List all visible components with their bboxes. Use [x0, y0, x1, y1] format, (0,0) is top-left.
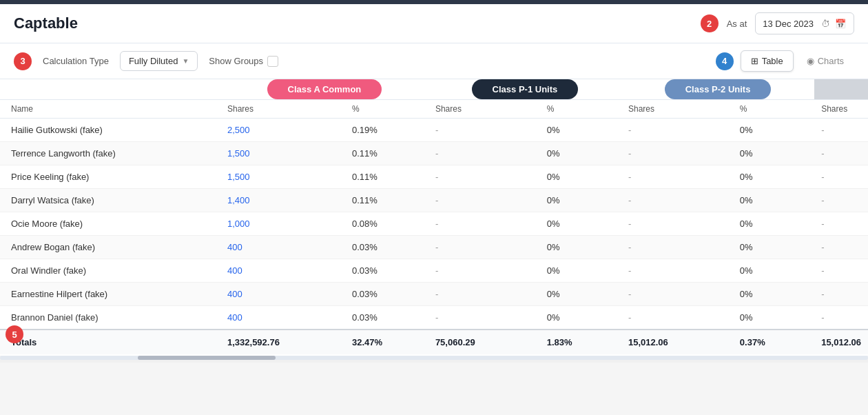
date-input[interactable]: 13 Dec 2023 ⏱ 📅 [755, 12, 854, 34]
col-header-row: Class A Common Class P-1 Units Class P-2… [0, 79, 868, 100]
table-cell: Hailie Gutkowski (fake) [0, 119, 220, 142]
table-cell: - [621, 142, 733, 165]
table-cell: 0.11% [345, 165, 428, 189]
table-cell: - [428, 142, 540, 165]
calc-type-dropdown[interactable]: Fully Diluted ▼ [120, 51, 198, 71]
table-row[interactable]: Terrence Langworth (fake)1,5000.11%-0%-0… [0, 142, 868, 165]
table-cell: - [621, 212, 733, 236]
badge-3: 3 [14, 52, 32, 70]
calc-type-value: Fully Diluted [129, 56, 178, 66]
table-cell: 0% [733, 142, 814, 165]
history-icon[interactable]: ⏱ [819, 17, 831, 30]
table-cell: 0% [540, 165, 621, 189]
badge-4: 4 [716, 52, 734, 70]
table-cell: Terrence Langworth (fake) [0, 142, 220, 165]
badge-5: 5 [6, 325, 23, 343]
table-cell: 0% [733, 236, 814, 259]
totals-shares-extra: 15,012.06 [814, 330, 868, 354]
table-row[interactable]: Andrew Bogan (fake)4000.03%-0%-0%- [0, 236, 868, 259]
totals-row: Totals 1,332,592.76 32.47% 75,060.29 1.8… [0, 330, 868, 354]
table-cell: - [428, 189, 540, 212]
table-cell: Ocie Moore (fake) [0, 212, 220, 236]
table-cell: 0.08% [345, 212, 428, 236]
table-cell: 1,000 [220, 212, 345, 236]
table-row[interactable]: Earnestine Hilpert (fake)4000.03%-0%-0%- [0, 283, 868, 306]
table-cell: - [814, 306, 868, 330]
table-cell: 400 [220, 259, 345, 283]
table-icon: ⊞ [751, 56, 758, 66]
table-cell: - [428, 119, 540, 142]
table-row[interactable]: Hailie Gutkowski (fake)2,5000.19%-0%-0%- [0, 119, 868, 142]
show-groups-checkbox[interactable] [267, 56, 278, 67]
table-cell: 1,500 [220, 142, 345, 165]
col-header-extra [814, 79, 868, 100]
table-cell: 2,500 [220, 119, 345, 142]
badge-2: 2 [701, 14, 719, 32]
table-cell: Earnestine Hilpert (fake) [0, 283, 220, 306]
table-cell: 0% [733, 189, 814, 212]
table-row[interactable]: Darryl Watsica (fake)1,4000.11%-0%-0%- [0, 189, 868, 212]
totals-label: Totals [0, 330, 220, 354]
table-cell: - [621, 306, 733, 330]
scrollbar-area[interactable] [0, 356, 868, 363]
table-cell: 0% [540, 142, 621, 165]
table-cell: - [814, 189, 868, 212]
date-value: 13 Dec 2023 [763, 19, 814, 29]
table-cell: - [428, 236, 540, 259]
table-cell: - [621, 236, 733, 259]
app-title: Captable [14, 14, 78, 32]
table-cell: Oral Windler (fake) [0, 259, 220, 283]
table-container: Class A Common Class P-1 Units Class P-2… [0, 79, 868, 363]
table-cell: - [814, 165, 868, 189]
as-at-label: As at [727, 19, 747, 29]
table-cell: Andrew Bogan (fake) [0, 236, 220, 259]
toolbar-right: 4 ⊞ Table ◉ Charts [716, 50, 854, 72]
table-cell: - [814, 259, 868, 283]
table-cell: - [428, 212, 540, 236]
table-row[interactable]: Oral Windler (fake)4000.03%-0%-0%- [0, 259, 868, 283]
table-cell: - [428, 259, 540, 283]
totals-pct-a: 32.47% [345, 330, 428, 354]
table-body: Hailie Gutkowski (fake)2,5000.19%-0%-0%-… [0, 119, 868, 330]
table-cell: 0.11% [345, 142, 428, 165]
table-cell: - [814, 212, 868, 236]
table-cell: Brannon Daniel (fake) [0, 306, 220, 330]
scrollbar-thumb[interactable] [138, 356, 276, 360]
toolbar-left: 3 Calculation Type Fully Diluted ▼ Show … [14, 51, 278, 71]
table-cell: - [428, 306, 540, 330]
subheader-pct3: % [733, 100, 814, 119]
table-cell: 0% [540, 283, 621, 306]
charts-view-button[interactable]: ◉ Charts [796, 50, 854, 72]
col-header-class-a: Class A Common [220, 79, 428, 100]
col-header-class-p1: Class P-1 Units [428, 79, 621, 100]
table-cell: 0% [733, 259, 814, 283]
subheader-pct2: % [540, 100, 621, 119]
scrollbar-track [0, 356, 868, 360]
table-row[interactable]: Price Keeling (fake)1,5000.11%-0%-0%- [0, 165, 868, 189]
calendar-icon[interactable]: 📅 [834, 17, 847, 30]
table-cell: 0% [733, 119, 814, 142]
show-groups-label: Show Groups [209, 56, 278, 67]
totals-shares-a: 1,332,592.76 [220, 330, 345, 354]
table-cell: 0.03% [345, 236, 428, 259]
table-cell: - [621, 259, 733, 283]
table-row[interactable]: Brannon Daniel (fake)4000.03%-0%-0%- [0, 306, 868, 330]
table-cell: - [814, 283, 868, 306]
col-header-class-p2: Class P-2 Units [621, 79, 814, 100]
totals-pct-p2: 0.37% [733, 330, 814, 354]
table-row[interactable]: Ocie Moore (fake)1,0000.08%-0%-0%- [0, 212, 868, 236]
table-cell: - [621, 283, 733, 306]
class-p1-pill: Class P-1 Units [472, 79, 579, 99]
totals-pct-p1: 1.83% [540, 330, 621, 354]
header-right: 2 As at 13 Dec 2023 ⏱ 📅 [701, 12, 854, 34]
table-view-button[interactable]: ⊞ Table [741, 50, 794, 72]
table-cell: 0% [733, 283, 814, 306]
table-cell: 0% [733, 306, 814, 330]
table-cell: 0% [733, 212, 814, 236]
table-cell: 0% [540, 236, 621, 259]
table-cell: - [621, 165, 733, 189]
table-cell: - [428, 283, 540, 306]
table-cell: 0.19% [345, 119, 428, 142]
table-cell: Price Keeling (fake) [0, 165, 220, 189]
class-a-pill: Class A Common [267, 79, 382, 99]
